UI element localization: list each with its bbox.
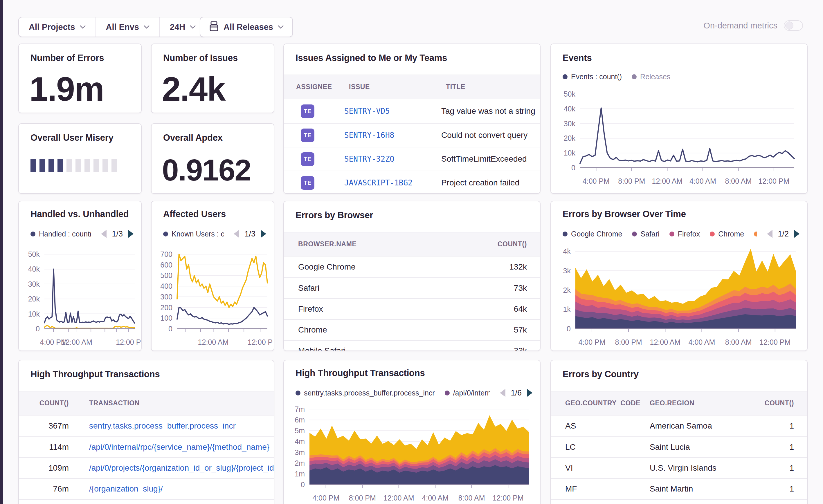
high-throughput-table: 367msentry.tasks.process_buffer.process_…: [19, 416, 274, 504]
svg-text:700: 700: [160, 250, 172, 258]
table-cell: AS: [551, 421, 650, 431]
svg-text:200: 200: [160, 303, 172, 312]
table-cell[interactable]: SENTRY-VD5: [344, 107, 441, 115]
high-throughput-stacked-chart[interactable]: 01m2m3m4m5m6m7m4:00 PM8:00 PM12:00 AM4:0…: [284, 360, 540, 504]
svg-text:30k: 30k: [28, 280, 40, 288]
table-header: GEO.COUNTRY_CODE GEO.REGION COUNT(): [551, 391, 807, 416]
errors-by-country-card: Errors by Country GEO.COUNTRY_CODE GEO.R…: [550, 360, 808, 504]
table-cell: 367m: [19, 421, 77, 431]
table-cell: Safari: [284, 283, 482, 293]
errors-by-browser-table: Google Chrome132kSafari73kFirefox64kChro…: [284, 256, 540, 351]
svg-text:4:00 AM: 4:00 AM: [422, 494, 449, 502]
handled-vs-unhandled-card: Handled vs. Unhandled Handled : count() …: [18, 201, 142, 351]
issues-assigned-table: TESENTRY-VD5Tag value was not a stringTE…: [284, 99, 540, 194]
user-misery-card: Overall User Misery: [18, 123, 142, 194]
table-cell[interactable]: SENTRY-16H8: [344, 131, 441, 140]
svg-text:4:00 PM: 4:00 PM: [312, 494, 339, 502]
time-range-filter-button[interactable]: 24H: [160, 17, 205, 37]
svg-text:12:00 AM: 12:00 AM: [383, 494, 414, 502]
table-row: Mobile Safari33k: [284, 340, 540, 351]
table-cell: MF: [551, 484, 650, 494]
svg-text:5m: 5m: [295, 427, 305, 435]
release-filter-button[interactable]: All Releases: [200, 17, 293, 37]
column-header: COUNT(): [19, 399, 77, 407]
svg-text:8:00 AM: 8:00 AM: [725, 177, 752, 185]
issues-assigned-card: Issues Assigned to Me or My Teams ASSIGN…: [283, 43, 540, 194]
svg-text:12:00 AM: 12:00 AM: [198, 338, 229, 346]
svg-text:12:00 PM: 12:00 PM: [758, 177, 789, 185]
table-cell: 109m: [19, 463, 77, 473]
team-avatar: TE: [301, 176, 314, 190]
card-title: Errors by Country: [562, 369, 639, 380]
svg-text:0: 0: [571, 164, 575, 172]
table-cell: Saint Martin: [650, 484, 758, 494]
table-cell: Mobile Safari: [284, 346, 482, 351]
events-line-chart[interactable]: 010k20k30k40k50k4:00 PM8:00 PM12:00 AM4:…: [551, 44, 807, 193]
table-cell: VI: [551, 463, 650, 473]
table-row: ASAmerican Samoa1: [551, 416, 807, 436]
svg-text:4:00 PM: 4:00 PM: [583, 177, 610, 185]
table-row: VIU.S. Virgin Islands1: [551, 457, 807, 478]
table-row: 76m/{organization_slug}/: [19, 478, 274, 499]
table-cell[interactable]: SENTRY-32ZQ: [344, 155, 441, 163]
user-misery-score-bar: [30, 159, 117, 172]
releases-icon: [209, 21, 219, 33]
project-filter-label: All Projects: [29, 22, 75, 32]
table-row: Chrome57k: [284, 319, 540, 340]
table-cell[interactable]: sentry.tasks.process_buffer.process_incr: [77, 421, 274, 431]
table-cell: LC: [551, 443, 650, 452]
table-cell[interactable]: /api/0/projects/{organization_id_or_slug…: [77, 463, 274, 473]
card-title: Number of Errors: [30, 53, 104, 63]
svg-text:50k: 50k: [564, 90, 575, 98]
card-title: High Throughput Transactions: [30, 369, 160, 380]
environment-filter-button[interactable]: All Envs: [96, 17, 159, 37]
svg-text:40k: 40k: [564, 105, 575, 113]
svg-text:8:00 PM: 8:00 PM: [618, 177, 645, 185]
collapsed-sidebar[interactable]: [0, 0, 3, 504]
svg-text:12:00 AM: 12:00 AM: [61, 338, 92, 346]
affected-users-line-chart[interactable]: 010020030040050060070012:00 AM12:00 P: [152, 201, 274, 350]
table-cell: 1: [758, 421, 807, 431]
environment-filter-label: All Envs: [106, 22, 139, 32]
toggle-knob: [785, 21, 793, 30]
table-row: Safari73k: [284, 277, 540, 298]
apdex-value: 0.9162: [162, 153, 251, 188]
svg-text:12:00 AM: 12:00 AM: [652, 177, 683, 185]
column-header: ASSIGNEE: [284, 83, 349, 91]
svg-text:500: 500: [160, 271, 172, 279]
svg-text:7m: 7m: [295, 405, 305, 413]
svg-text:1k: 1k: [563, 305, 571, 313]
table-cell: Firefox: [284, 304, 482, 314]
team-avatar: TE: [301, 152, 314, 166]
table-cell[interactable]: JAVASCRIPT-1BG2: [344, 179, 441, 187]
table-cell: 114m: [19, 443, 77, 452]
on-demand-metrics-toggle[interactable]: [784, 20, 803, 31]
errors-by-country-table: ASAmerican Samoa1LCSaint Lucia1VIU.S. Vi…: [551, 416, 807, 504]
svg-text:2k: 2k: [563, 286, 571, 294]
svg-text:20k: 20k: [28, 295, 40, 303]
table-row: TEJAVASCRIPT-1BG2Project creation failed: [284, 171, 540, 194]
table-row: 114m/api/0/internal/rpc/{service_name}/{…: [19, 436, 274, 457]
project-filter-button[interactable]: All Projects: [19, 17, 96, 37]
svg-text:100: 100: [160, 314, 172, 322]
apdex-card: Overall Apdex 0.9162: [151, 123, 274, 194]
number-of-errors-card: Number of Errors 1.9m: [18, 43, 142, 113]
table-row: TESENTRY-16H8Could not convert query: [284, 123, 540, 147]
table-cell: 1: [758, 484, 807, 494]
table-cell[interactable]: /{organization_slug}/: [77, 484, 274, 494]
table-row: [551, 499, 807, 504]
svg-text:4k: 4k: [563, 247, 571, 255]
table-row: TESENTRY-VD5Tag value was not a string: [284, 99, 540, 123]
time-range-label: 24H: [170, 22, 185, 32]
chevron-down-icon: [278, 25, 284, 29]
team-avatar: TE: [301, 104, 314, 118]
card-title: Overall Apdex: [163, 133, 223, 143]
handled-line-chart[interactable]: 010k20k30k40k50k4:00 PM12:00 AM12:00 P: [19, 201, 141, 350]
assignee-cell: TE: [284, 176, 344, 190]
svg-text:40k: 40k: [28, 265, 40, 273]
table-cell[interactable]: /api/0/internal/rpc/{service_name}/{meth…: [77, 443, 274, 452]
errors-by-browser-over-time-card: Errors by Browser Over Time Google Chrom…: [550, 201, 808, 351]
team-avatar: TE: [301, 129, 314, 142]
card-title: Issues Assigned to Me or My Teams: [296, 53, 447, 63]
errors-by-browser-stacked-chart[interactable]: 01k2k3k4k4:00 PM8:00 PM12:00 AM4:00 AM8:…: [551, 201, 807, 350]
